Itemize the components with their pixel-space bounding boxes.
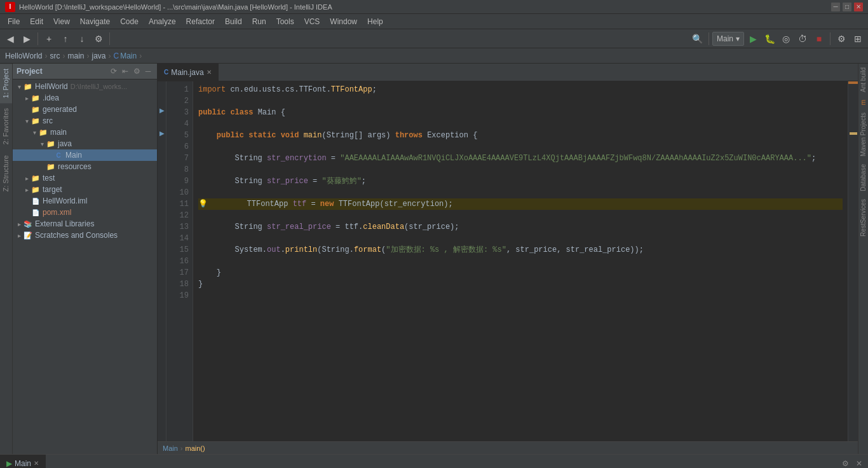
bread-main-class[interactable]: C xyxy=(114,52,119,60)
scroll-marker-top xyxy=(848,81,858,84)
run-button[interactable]: ▶ xyxy=(745,31,761,46)
toolbar-up-button[interactable]: ↑ xyxy=(58,31,73,46)
tree-item-java-folder[interactable]: ▾ 📁 java xyxy=(13,138,157,149)
code-line-13: String str_real_price = ttf.cleanData(st… xyxy=(198,221,843,233)
bread-sep-2: › xyxy=(62,52,65,60)
layout-button[interactable]: ⊞ xyxy=(850,31,865,46)
tab-close-button[interactable]: ✕ xyxy=(207,69,212,76)
folder-icon-hellworld: 📁 xyxy=(23,81,33,92)
java-icon-main: C xyxy=(53,150,64,160)
code-content[interactable]: import cn.edu.usts.cs.TTFont.TTFontApp; … xyxy=(193,81,848,441)
sidebar-tab-structure[interactable]: Z: Structure xyxy=(0,150,12,196)
menu-file[interactable]: File xyxy=(3,16,25,27)
profile-button[interactable]: ⏱ xyxy=(795,31,810,46)
tree-item-pom[interactable]: 📄 pom.xml xyxy=(13,207,157,218)
gutter-11 xyxy=(158,196,166,207)
bread-java[interactable]: java xyxy=(92,52,105,60)
tree-item-idea[interactable]: ▸ 📁 .idea xyxy=(13,92,157,104)
gutter-6 xyxy=(158,139,166,150)
sidebar-tab-favorites[interactable]: 2: Favorites xyxy=(0,103,12,149)
ant-build-label[interactable]: Ant build xyxy=(858,64,868,96)
project-sync-icon[interactable]: ⟳ xyxy=(109,66,119,76)
run-config-name: Main xyxy=(717,34,733,43)
tree-item-scratches[interactable]: ▸ 📝 Scratches and Consoles xyxy=(13,230,157,241)
run-config-dropdown[interactable]: Main ▾ xyxy=(712,32,744,46)
tree-item-target[interactable]: ▸ 📁 target xyxy=(13,184,157,195)
tree-item-iml[interactable]: 📄 HellWorld.iml xyxy=(13,195,157,207)
menu-help[interactable]: Help xyxy=(362,16,388,27)
tree-item-hellworld[interactable]: ▾ 📁 HellWorld D:\IntelliJ_works... xyxy=(13,81,157,92)
tree-item-resources[interactable]: 📁 resources xyxy=(13,161,157,172)
window-controls[interactable]: ─ □ ✕ xyxy=(831,3,863,11)
stop-button[interactable]: ■ xyxy=(811,31,827,46)
code-editor: ▶ ▶ 1 2 3 xyxy=(158,81,858,441)
main-layout: 1: Project 2: Favorites Z: Structure Pro… xyxy=(0,64,868,454)
code-line-3: public class Main { xyxy=(198,107,843,118)
toolbar-search-button[interactable]: 🔍 xyxy=(690,31,705,46)
toolbar-back-button[interactable]: ◀ xyxy=(3,31,18,46)
menu-window[interactable]: Window xyxy=(325,16,362,27)
bread-main-ref[interactable]: Main xyxy=(163,444,178,452)
menu-analyze[interactable]: Analyze xyxy=(144,16,181,27)
editor-area: C Main.java ✕ ▶ ▶ xyxy=(158,64,858,454)
bread-main[interactable]: main xyxy=(67,52,84,60)
menu-code[interactable]: Code xyxy=(115,16,144,27)
bread-hellworld[interactable]: HelloWorld xyxy=(5,52,42,60)
minimize-button[interactable]: ─ xyxy=(831,3,840,11)
project-settings-icon[interactable]: ⚙ xyxy=(132,66,142,76)
code-line-18: } xyxy=(198,279,843,290)
toolbar-settings-button[interactable]: ⚙ xyxy=(91,31,106,46)
tree-item-main-folder[interactable]: ▾ 📁 main xyxy=(13,127,157,138)
gutter-16 xyxy=(158,253,166,265)
bread-main-name[interactable]: Main xyxy=(120,52,137,60)
debug-button[interactable]: 🐛 xyxy=(762,31,777,46)
coverage-button[interactable]: ◎ xyxy=(778,31,794,46)
tree-item-ext-libs[interactable]: ▸ 📚 External Libraries xyxy=(13,218,157,230)
toolbar-add-button[interactable]: + xyxy=(41,31,57,46)
code-line-19 xyxy=(198,290,843,301)
toolbar-separator-3 xyxy=(709,32,709,45)
settings-button-2[interactable]: ⚙ xyxy=(834,31,849,46)
run-close-icon[interactable]: ✕ xyxy=(853,457,865,469)
menu-run[interactable]: Run xyxy=(247,16,271,27)
bottom-panel: ▶ Main ✕ ⚙ ✕ ▶ ↑ ↓ ⏸ ■ ⎙ 📌 ⊞ 🗑 "C:\Progr… xyxy=(0,454,868,468)
database-label[interactable]: Database xyxy=(858,160,868,195)
run-tab-icons: ⚙ ✕ xyxy=(839,457,868,469)
run-tab-close[interactable]: ✕ xyxy=(34,460,39,467)
run-tab-main[interactable]: ▶ Main ✕ xyxy=(0,455,46,469)
tree-item-main-java[interactable]: C Main xyxy=(13,149,157,161)
tree-item-test[interactable]: ▸ 📁 test xyxy=(13,172,157,184)
line-num-10: 10 xyxy=(166,187,189,198)
toolbar-forward-button[interactable]: ▶ xyxy=(19,31,34,46)
close-button[interactable]: ✕ xyxy=(854,3,863,11)
toolbar-down-button[interactable]: ↓ xyxy=(74,31,90,46)
tree-item-generated[interactable]: 📁 generated xyxy=(13,104,157,115)
gutter-14 xyxy=(158,230,166,242)
tree-item-src[interactable]: ▾ 📁 src xyxy=(13,115,157,127)
run-settings-icon[interactable]: ⚙ xyxy=(839,457,851,469)
maven-projects-label[interactable]: Maven Projects xyxy=(858,109,868,160)
sidebar-tab-project[interactable]: 1: Project xyxy=(0,64,12,103)
folder-icon-java: 📁 xyxy=(46,139,56,149)
menu-edit[interactable]: Edit xyxy=(25,16,48,27)
menu-view[interactable]: View xyxy=(48,16,75,27)
project-collapse-icon[interactable]: ⇤ xyxy=(120,66,130,76)
menu-tools[interactable]: Tools xyxy=(271,16,299,27)
menu-vcs[interactable]: VCS xyxy=(299,16,325,27)
menu-build[interactable]: Build xyxy=(220,16,247,27)
tab-java-icon: C xyxy=(164,69,168,76)
code-line-7: String str_encrytion = "AAEAAAALAIAAAwAw… xyxy=(198,153,843,164)
bread-src[interactable]: src xyxy=(50,52,60,60)
menu-refactor[interactable]: Refactor xyxy=(181,16,220,27)
bread-sep-5: › xyxy=(139,52,142,60)
bread-main-method[interactable]: main() xyxy=(186,444,205,452)
code-line-9: String str_price = "葵藤鮬鮬"; xyxy=(198,176,843,187)
rest-services-label[interactable]: RestServices xyxy=(858,195,868,240)
tree-arrow-ext: ▸ xyxy=(15,221,23,228)
menu-navigate[interactable]: Navigate xyxy=(75,16,115,27)
project-minimize-icon[interactable]: ─ xyxy=(143,66,153,76)
maven-m-label[interactable]: m xyxy=(858,96,868,109)
editor-tab-main[interactable]: C Main.java ✕ xyxy=(158,64,219,81)
bread-sep-1: › xyxy=(44,52,47,60)
maximize-button[interactable]: □ xyxy=(843,3,851,11)
